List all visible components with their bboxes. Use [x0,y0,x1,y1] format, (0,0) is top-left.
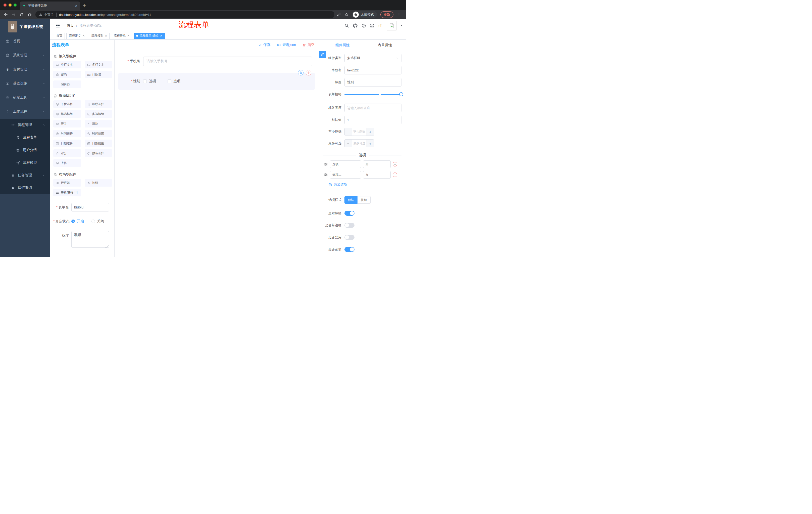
form-remark-textarea[interactable]: 嘿嘿 [71,231,109,248]
component-date-range[interactable]: 日期范围 [85,140,113,147]
browser-menu-icon[interactable] [397,12,401,17]
sidebar-item-system[interactable]: 系统管理 [0,48,50,62]
component-cascader[interactable]: 级联选择 [85,100,113,108]
slider-handle[interactable] [399,92,403,96]
component-single-text[interactable]: 单行文本 [53,61,81,69]
tab-form-props[interactable]: 表单属性 [364,40,406,50]
update-button[interactable]: 更新 [380,11,394,18]
component-table[interactable]: 表格[开发中] [53,189,81,196]
component-time-picker[interactable]: 时间选择 [53,130,81,137]
remove-option-icon[interactable] [393,172,397,177]
bookmark-star-icon[interactable] [344,12,349,17]
tag-close-icon[interactable]: ✕ [160,34,162,37]
window-minimize-button[interactable] [8,3,11,6]
new-tab-button[interactable]: + [83,2,86,9]
help-icon[interactable] [361,23,366,28]
home-icon[interactable] [27,12,32,17]
drag-handle-icon[interactable] [324,173,328,177]
title-input[interactable] [344,78,402,86]
component-rate[interactable]: 评分 [53,150,81,157]
sidebar-item-process-mgmt[interactable]: 流程管理 [0,119,50,131]
style-button-button[interactable]: 按钮 [357,196,371,204]
option1-value-input[interactable] [363,160,391,168]
sidebar-item-task-mgmt[interactable]: 任务管理 [0,169,50,182]
increase-icon[interactable]: + [367,128,374,136]
github-icon[interactable] [353,23,358,28]
label-width-input[interactable] [344,104,402,112]
status-radio-on[interactable]: 开启 [71,219,84,223]
save-button[interactable]: 保存 [258,43,270,47]
tag-process-model[interactable]: 流程模型✕ [89,33,110,39]
phone-input[interactable]: 请输入手机号 [143,57,312,66]
tag-close-icon[interactable]: ✕ [82,34,85,37]
sidebar-item-home[interactable]: 首页 [0,34,50,48]
with-border-switch[interactable] [344,223,354,228]
form-grid-slider[interactable] [344,90,402,99]
tag-process-form-edit[interactable]: 流程表单-编辑✕ [134,33,165,39]
component-upload[interactable]: 上传 [53,159,81,167]
component-editor[interactable]: 编辑器 [53,80,81,88]
window-controls[interactable] [3,3,17,6]
max-select-stepper[interactable]: − 最多可选 + [344,139,374,147]
component-select[interactable]: 下拉选择 [53,100,81,108]
form-name-input[interactable] [71,203,109,212]
sidebar-item-infra[interactable]: 基础设施 [0,77,50,90]
option1-label-input[interactable] [330,160,361,168]
sidebar-item-dev[interactable]: 研发工具 [0,90,50,105]
font-size-icon[interactable]: TT [378,23,382,28]
component-multi-text[interactable]: 多行文本 [85,61,113,69]
delete-component-button[interactable] [306,70,311,76]
view-json-button[interactable]: 查看json [277,43,296,47]
sidebar-item-process-form[interactable]: 流程表单 [0,131,50,144]
duplicate-component-button[interactable] [298,70,303,76]
tab-close-icon[interactable]: ✕ [75,4,78,8]
default-value-input[interactable] [344,116,402,124]
window-zoom-button[interactable] [13,3,17,6]
option2-value-input[interactable] [363,171,391,179]
avatar-caret-icon[interactable] [400,24,403,27]
component-counter[interactable]: 123计数器 [85,71,113,78]
style-default-button[interactable]: 默认 [344,196,357,204]
tag-close-icon[interactable]: ✕ [105,34,107,37]
checkbox[interactable] [168,79,171,83]
tab-component-props[interactable]: 组件属性 [321,40,364,50]
tag-process-definition[interactable]: 流程定义✕ [66,33,87,39]
browser-tab[interactable]: 芋道管理系统 ✕ [20,1,80,10]
component-type-select[interactable]: 多选框组 [344,54,402,62]
sidebar-item-workflow[interactable]: 工作流程 [0,105,50,119]
disabled-switch[interactable] [344,235,354,240]
component-slider[interactable]: 滑块 [85,120,113,128]
increase-icon[interactable]: + [367,140,374,147]
required-switch[interactable] [344,247,354,252]
status-radio-off[interactable]: 关闭 [91,219,104,223]
avatar[interactable] [387,21,397,30]
checkbox[interactable] [143,79,147,83]
breadcrumb-home[interactable]: 首页 [67,23,74,28]
gender-checkbox-option2[interactable]: 选项二 [168,79,184,83]
add-option-button[interactable]: 添加选项 [328,182,406,187]
sidebar-item-user-group[interactable]: 用户分组 [0,144,50,156]
fullscreen-icon[interactable] [370,23,374,28]
tag-close-icon[interactable]: ✕ [127,34,129,37]
sidebar-item-pay[interactable]: ¥ 支付管理 [0,62,50,77]
sidebar-item-process-model[interactable]: 流程模型 [0,156,50,169]
remove-option-icon[interactable] [393,162,397,166]
back-icon[interactable] [3,12,8,17]
security-chip[interactable]: 不安全 [39,12,54,17]
sidebar-item-leave-query[interactable]: 请假查询 [0,182,50,194]
component-radio-group[interactable]: 单选框组 [53,110,81,118]
component-checkbox-group[interactable]: 多选框组 [85,110,113,118]
canvas-field-phone[interactable]: *手机号 请输入手机号 [115,57,321,66]
component-row-container[interactable]: 行容器 [53,179,81,187]
window-close-button[interactable] [3,3,6,6]
option-style-segmented[interactable]: 默认 按钮 [344,196,371,204]
min-select-stepper[interactable]: − 至少应选 + [344,128,374,136]
decrease-icon[interactable]: − [345,140,352,147]
component-time-range[interactable]: 时间范围 [85,130,113,137]
option2-label-input[interactable] [330,171,361,179]
component-button[interactable]: 按钮 [85,179,113,187]
component-switch[interactable]: 开关 [53,120,81,128]
drag-handle-icon[interactable] [324,162,328,166]
key-icon[interactable] [337,12,341,17]
tag-process-form[interactable]: 流程表单✕ [111,33,132,39]
